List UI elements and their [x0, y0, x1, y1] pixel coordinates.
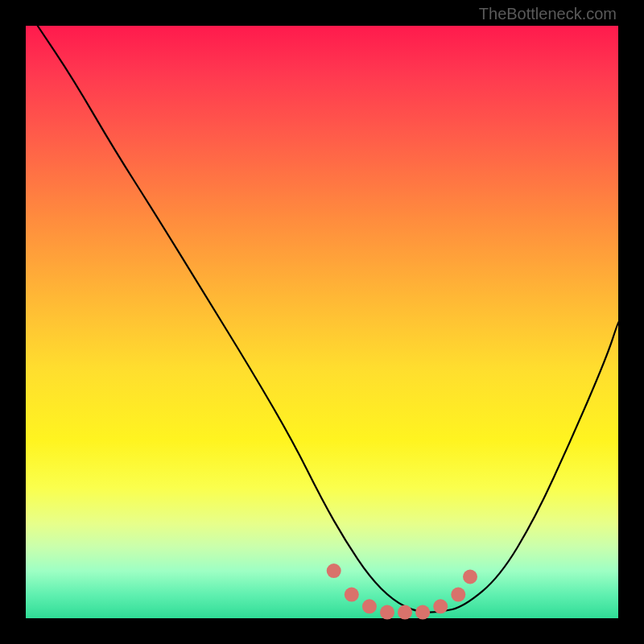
highlight-dot	[362, 599, 377, 613]
highlight-dot	[398, 605, 412, 620]
watermark-label: TheBottleneck.com	[479, 5, 617, 23]
chart-frame: TheBottleneck.com	[0, 0, 644, 644]
highlight-dot	[451, 588, 465, 602]
chart-overlay	[26, 26, 618, 618]
bottleneck-curve	[38, 26, 618, 613]
highlight-dot	[345, 588, 359, 602]
highlight-dot	[463, 570, 477, 584]
highlight-dot	[380, 605, 394, 620]
highlight-dot	[433, 599, 448, 613]
highlight-dots-group	[327, 564, 477, 620]
highlight-dot	[327, 564, 341, 578]
highlight-dot	[415, 605, 430, 620]
